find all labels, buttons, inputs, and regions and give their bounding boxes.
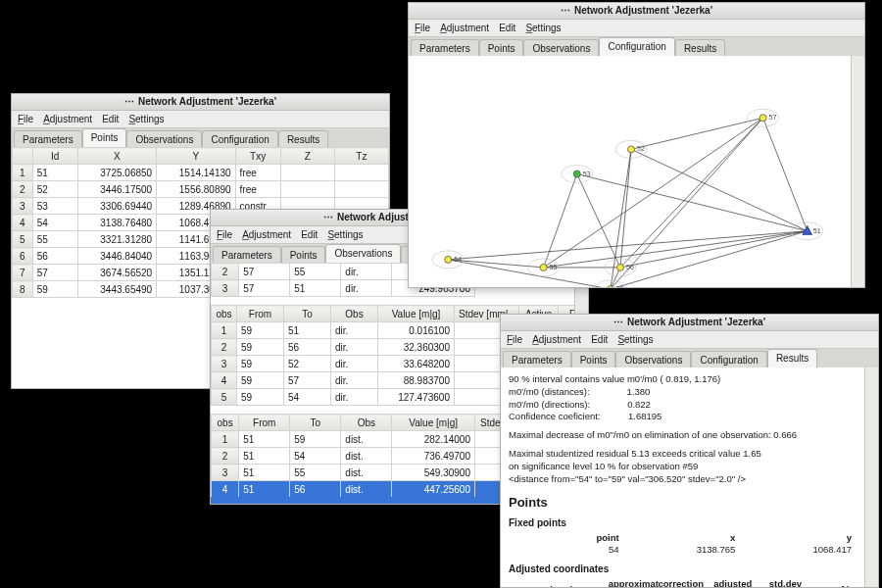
menu-adjustment[interactable]: Adjustment [242, 229, 291, 240]
tabbar: Parameters Points Observations Configura… [501, 349, 878, 369]
svg-line-5 [763, 118, 808, 230]
menu-adjustment[interactable]: Adjustment [440, 23, 489, 33]
table-header-row: Id X Y Txy Z Tz [13, 148, 389, 165]
svg-line-6 [611, 231, 808, 287]
fixed-points-table: pointxy 543138.7651068.417 [509, 532, 858, 558]
network-graph[interactable]: 5152535455565759 [409, 56, 852, 287]
tab-points[interactable]: Points [82, 128, 127, 148]
menu-settings[interactable]: Settings [327, 229, 363, 240]
results-line: m0'/m0 (directions): 0.822 [509, 399, 858, 412]
ellipsis-icon: ⋯ [561, 3, 570, 19]
svg-line-0 [631, 149, 808, 230]
svg-text:59: 59 [616, 285, 624, 287]
results-line: Maximal studentized residual 5.13 exceed… [509, 448, 858, 461]
ellipsis-icon: ⋯ [323, 210, 333, 225]
menu-settings[interactable]: Settings [525, 23, 561, 33]
svg-line-4 [620, 231, 808, 268]
svg-line-1 [577, 174, 808, 231]
results-line: 90 % interval contains value m0'/m0 ( 0.… [509, 373, 858, 386]
svg-line-18 [611, 118, 763, 287]
scrollbar[interactable] [851, 56, 864, 287]
heading-adjusted: Adjusted coordinates [509, 563, 858, 576]
titlebar[interactable]: ⋯Network Adjustment 'Jezerka' [409, 3, 864, 20]
menu-file[interactable]: File [415, 23, 430, 33]
svg-text:55: 55 [550, 264, 558, 270]
menu-edit[interactable]: Edit [591, 334, 608, 345]
menubar: File Adjustment Edit Settings [12, 111, 389, 128]
tab-configuration[interactable]: Configuration [599, 37, 674, 57]
scrollbar[interactable] [864, 368, 878, 587]
tabbar: Parameters Points Observations Configura… [12, 128, 389, 149]
svg-line-10 [544, 174, 577, 268]
heading-points: Points [509, 494, 858, 512]
svg-text:56: 56 [626, 264, 634, 270]
window-configuration: ⋯Network Adjustment 'Jezerka' File Adjus… [408, 2, 865, 288]
svg-line-3 [544, 231, 808, 268]
menu-settings[interactable]: Settings [128, 114, 164, 124]
svg-line-15 [620, 118, 763, 268]
heading-fixed: Fixed points [509, 516, 858, 530]
svg-text:51: 51 [813, 227, 821, 234]
svg-point-32 [540, 264, 547, 270]
menu-adjustment[interactable]: Adjustment [43, 114, 92, 124]
menu-file[interactable]: File [507, 334, 522, 345]
menu-adjustment[interactable]: Adjustment [532, 334, 581, 345]
results-content: 90 % interval contains value m0'/m0 ( 0.… [501, 368, 865, 587]
results-line: on significance level 10 % for observati… [509, 461, 858, 473]
svg-line-7 [620, 149, 631, 268]
svg-text:52: 52 [637, 145, 645, 152]
menu-edit[interactable]: Edit [102, 114, 119, 124]
menubar: File Adjustment Edit Settings [501, 331, 878, 349]
svg-point-26 [573, 171, 580, 177]
svg-line-11 [577, 174, 620, 268]
svg-point-38 [760, 115, 766, 122]
titlebar[interactable]: ⋯Network Adjustment 'Jezerka' [501, 315, 878, 331]
title-text: Network Adjustment 'Jezerka' [627, 315, 765, 330]
menu-settings[interactable]: Settings [617, 334, 653, 345]
svg-line-17 [544, 118, 763, 268]
titlebar[interactable]: ⋯Network Adjustment 'Jezerka' [12, 94, 389, 111]
table-row[interactable]: 2523446.175001556.80890free [13, 181, 389, 198]
svg-text:53: 53 [583, 171, 591, 177]
menu-file[interactable]: File [217, 229, 232, 240]
tabbar: Parameters Points Observations Configura… [409, 37, 864, 58]
tab-results[interactable]: Results [767, 349, 817, 368]
table-row[interactable]: 1513725.068501514.14130free [13, 165, 389, 181]
svg-text:57: 57 [769, 114, 777, 121]
results-line: m0'/m0 (distances): 1.380 [509, 386, 858, 399]
window-results: ⋯Network Adjustment 'Jezerka' File Adjus… [500, 314, 879, 588]
results-line: Confidence coeficient: 1.68195 [509, 411, 858, 423]
title-text: Network Adjustment 'Jezerka' [574, 3, 712, 19]
title-text: Network Adjustment 'Jezerka' [138, 94, 276, 110]
svg-text:54: 54 [454, 256, 462, 263]
svg-line-8 [631, 118, 763, 149]
results-line: Maximal decrease of m0''/m0 on eliminati… [509, 429, 858, 442]
menu-file[interactable]: File [18, 114, 33, 124]
menu-edit[interactable]: Edit [499, 23, 515, 33]
adjusted-table: i point approximate value correction [m]… [509, 578, 858, 587]
ellipsis-icon: ⋯ [613, 315, 623, 330]
results-line: <distance from="54" to="59" val="306.520… [509, 473, 858, 486]
svg-point-29 [445, 256, 452, 263]
svg-point-23 [627, 146, 634, 153]
svg-point-35 [616, 264, 623, 270]
svg-line-2 [448, 231, 808, 260]
ellipsis-icon: ⋯ [124, 94, 134, 110]
menubar: File Adjustment Edit Settings [409, 20, 864, 37]
menu-edit[interactable]: Edit [301, 229, 318, 240]
tab-observations[interactable]: Observations [325, 244, 401, 264]
